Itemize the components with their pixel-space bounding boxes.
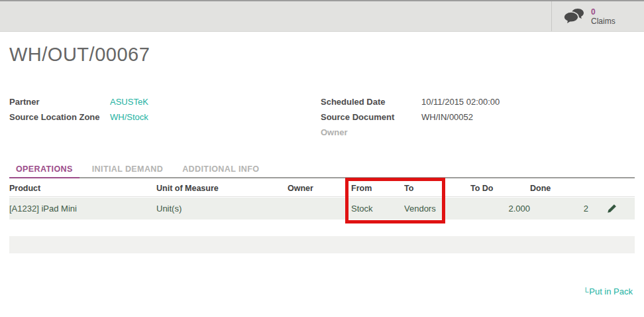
tab-additional-info[interactable]: ADDITIONAL INFO: [176, 163, 266, 177]
tab-initial-demand[interactable]: INITIAL DEMAND: [85, 163, 170, 177]
cell-from: Stock: [351, 204, 404, 214]
field-scheduled-date: Scheduled Date 10/11/2015 02:00:00: [321, 94, 612, 109]
form-view: 0 Claims WH/OUT/00067 Partner ASUSTeK So…: [0, 0, 644, 317]
put-in-pack-link[interactable]: └ Put in Pack: [583, 286, 633, 296]
col-header-from: From: [351, 184, 404, 193]
top-bar: 0 Claims: [0, 0, 644, 32]
tab-bar: OPERATIONS INITIAL DEMAND ADDITIONAL INF…: [9, 163, 635, 178]
col-header-product: Product: [9, 184, 156, 193]
table-header-row: Product Unit of Measure Owner From To To…: [9, 180, 635, 197]
partner-label: Partner: [9, 97, 110, 107]
tab-operations[interactable]: OPERATIONS: [9, 163, 80, 178]
col-header-unit-of-measure: Unit of Measure: [156, 184, 288, 193]
cell-to-do: 2.000: [470, 204, 530, 214]
scheduled-date-label: Scheduled Date: [321, 97, 421, 107]
source-location-zone-value-link[interactable]: WH/Stock: [110, 112, 148, 122]
col-header-to-do: To Do: [470, 184, 530, 193]
comments-icon: [563, 8, 584, 25]
partner-value-link[interactable]: ASUSTeK: [110, 97, 148, 107]
field-source-document: Source Document WH/IN/00052: [321, 109, 612, 125]
put-in-pack-label: Put in Pack: [589, 286, 633, 296]
edit-pencil-icon[interactable]: [607, 204, 617, 214]
field-group-left: Partner ASUSTeK Source Location Zone WH/…: [9, 94, 301, 125]
cell-product: [A1232] iPad Mini: [9, 204, 156, 214]
claims-button[interactable]: 0 Claims: [551, 1, 644, 31]
owner-label: Owner: [321, 127, 421, 137]
scheduled-date-value: 10/11/2015 02:00:00: [421, 97, 500, 107]
table-row[interactable]: [A1232] iPad Mini Unit(s) Stock Vendors …: [9, 198, 635, 220]
field-owner: Owner: [321, 125, 612, 140]
cell-unit-of-measure: Unit(s): [156, 204, 288, 214]
claims-count: 0: [591, 7, 616, 17]
source-document-label: Source Document: [321, 112, 421, 122]
field-partner: Partner ASUSTeK: [9, 94, 301, 109]
source-location-zone-label: Source Location Zone: [9, 112, 110, 122]
col-header-to: To: [404, 184, 470, 193]
source-document-value: WH/IN/00052: [421, 112, 473, 122]
field-group-right: Scheduled Date 10/11/2015 02:00:00 Sourc…: [321, 94, 612, 140]
col-header-owner: Owner: [288, 184, 351, 193]
claims-label: Claims: [591, 17, 616, 26]
page-title: WH/OUT/00067: [9, 44, 150, 66]
col-header-done: Done: [530, 184, 588, 193]
field-source-location-zone: Source Location Zone WH/Stock: [9, 109, 301, 125]
cell-done: 2: [530, 204, 588, 214]
cell-to: Vendors: [404, 204, 470, 214]
corner-arrow-icon: └: [583, 287, 589, 296]
empty-row-band: [9, 236, 635, 253]
